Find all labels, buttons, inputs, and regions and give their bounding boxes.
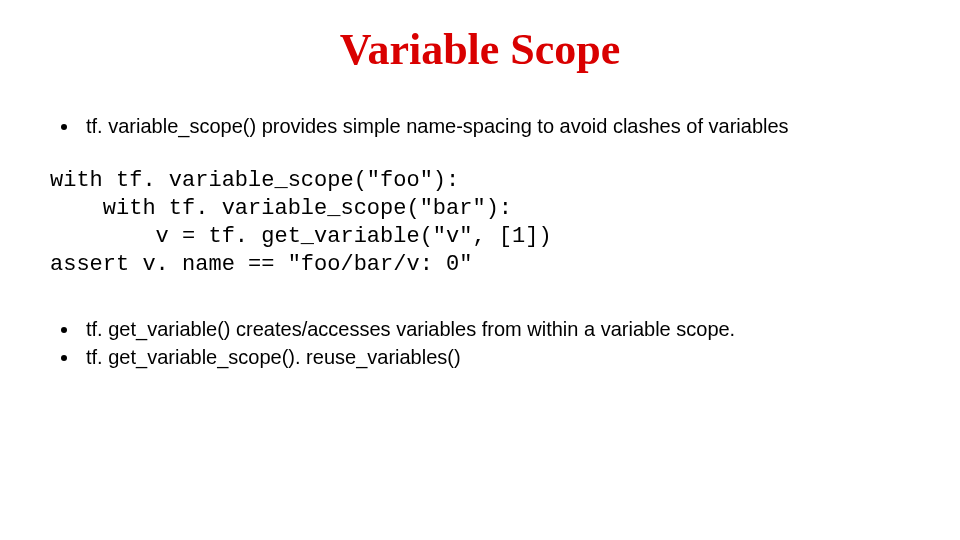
- slide: Variable Scope tf. variable_scope() prov…: [0, 0, 960, 540]
- bullet-item: tf. get_variable_scope(). reuse_variable…: [80, 344, 910, 370]
- bullet-item: tf. variable_scope() provides simple nam…: [80, 113, 910, 139]
- slide-title: Variable Scope: [50, 24, 910, 75]
- bullet-item: tf. get_variable() creates/accesses vari…: [80, 316, 910, 342]
- bullet-list-top: tf. variable_scope() provides simple nam…: [50, 113, 910, 139]
- bullet-list-bottom: tf. get_variable() creates/accesses vari…: [50, 316, 910, 370]
- code-block: with tf. variable_scope("foo"): with tf.…: [50, 167, 910, 280]
